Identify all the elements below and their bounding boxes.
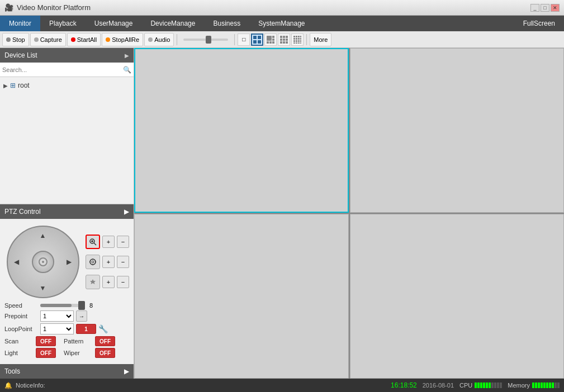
prepoint-goto-button[interactable]: → bbox=[76, 310, 87, 322]
light-wiper-row: Light OFF Wiper OFF bbox=[4, 348, 129, 358]
iris-icon[interactable] bbox=[86, 275, 100, 289]
menu-usermanage[interactable]: UserManage bbox=[86, 16, 142, 31]
svg-rect-25 bbox=[298, 38, 300, 40]
speed-label: Speed bbox=[4, 302, 38, 309]
video-panel-2[interactable] bbox=[350, 48, 565, 213]
pattern-toggle[interactable]: OFF bbox=[95, 336, 115, 346]
cpu-status: CPU bbox=[459, 382, 502, 389]
iris-close-button[interactable]: − bbox=[117, 276, 129, 288]
mem-bar-segment bbox=[557, 383, 560, 388]
app-icon: 🎥 bbox=[4, 3, 13, 12]
svg-line-38 bbox=[94, 243, 96, 245]
audio-button[interactable]: Audio bbox=[144, 33, 174, 46]
scan-label: Scan bbox=[4, 338, 31, 345]
zoom-slider[interactable] bbox=[183, 39, 228, 41]
focus-control-row: + − bbox=[86, 255, 129, 269]
sidebar: Device List ▶ 🔍 ▶ ⊞ root PTZ Control ▶ bbox=[0, 48, 134, 379]
svg-rect-6 bbox=[272, 39, 274, 41]
wiper-toggle[interactable]: OFF bbox=[95, 348, 115, 358]
looppoint-select[interactable]: 1 bbox=[40, 323, 74, 334]
iris-open-button[interactable]: + bbox=[102, 276, 115, 288]
menu-systemmanage[interactable]: SystemManage bbox=[249, 16, 314, 31]
svg-rect-31 bbox=[293, 42, 295, 44]
maximize-button[interactable]: □ bbox=[541, 4, 549, 12]
capture-button[interactable]: Capture bbox=[30, 33, 66, 46]
svg-rect-17 bbox=[283, 41, 285, 44]
stop-button[interactable]: Stop bbox=[2, 33, 29, 46]
zoom-slider-thumb[interactable] bbox=[206, 36, 211, 44]
search-input[interactable] bbox=[2, 66, 123, 73]
svg-rect-18 bbox=[286, 41, 288, 44]
zoom-icon[interactable] bbox=[86, 235, 100, 249]
tools-header: Tools ▶ bbox=[0, 364, 134, 379]
ptz-section: PTZ Control ▶ ▲ ▼ ◀ ▶ bbox=[0, 204, 134, 364]
menu-playback[interactable]: Playback bbox=[40, 16, 86, 31]
focus-near-button[interactable]: + bbox=[102, 256, 115, 268]
close-button[interactable]: ✕ bbox=[551, 4, 560, 12]
mem-bar-segment bbox=[552, 383, 554, 388]
minimize-button[interactable]: _ bbox=[530, 4, 539, 12]
ptz-left-button[interactable]: ◀ bbox=[10, 255, 23, 269]
device-list-title: Device List bbox=[4, 51, 37, 59]
svg-rect-28 bbox=[296, 40, 297, 42]
stopallrec-button[interactable]: StopAllRe bbox=[102, 33, 143, 46]
svg-rect-13 bbox=[280, 39, 282, 41]
cpu-bar-segment bbox=[477, 383, 480, 388]
layout-fullscreen-icon[interactable]: □ bbox=[238, 34, 250, 46]
mem-bar-segment bbox=[538, 383, 540, 388]
menu-devicemanage[interactable]: DeviceManage bbox=[141, 16, 204, 31]
cpu-bar-segment bbox=[480, 383, 482, 388]
svg-rect-29 bbox=[298, 40, 300, 42]
focus-icon[interactable] bbox=[86, 255, 100, 269]
prepoint-select[interactable]: 1 bbox=[40, 310, 74, 322]
menu-monitor[interactable]: Monitor bbox=[0, 16, 40, 31]
video-panel-4[interactable] bbox=[350, 214, 565, 379]
svg-rect-3 bbox=[258, 40, 261, 44]
speed-row: Speed 8 bbox=[4, 302, 129, 309]
more-button[interactable]: More bbox=[310, 33, 331, 46]
svg-rect-30 bbox=[300, 40, 301, 42]
ptz-down-button[interactable]: ▼ bbox=[36, 281, 50, 295]
ptz-right-button[interactable]: ▶ bbox=[63, 255, 76, 269]
layout-16grid-icon[interactable] bbox=[291, 34, 304, 46]
cpu-bar-segment bbox=[491, 383, 494, 388]
svg-rect-14 bbox=[283, 39, 285, 41]
zoom-in-button[interactable]: + bbox=[102, 236, 115, 248]
scan-toggle[interactable]: OFF bbox=[36, 336, 56, 346]
video-panel-1[interactable] bbox=[134, 48, 349, 213]
stop-icon bbox=[6, 37, 11, 42]
layout-1plus5-icon[interactable] bbox=[264, 34, 277, 46]
startall-icon bbox=[71, 37, 75, 42]
zoom-out-button[interactable]: − bbox=[117, 236, 129, 248]
memory-bar-group bbox=[532, 383, 560, 388]
menu-business[interactable]: Business bbox=[204, 16, 249, 31]
menu-fullscreen[interactable]: FullScreen bbox=[514, 16, 564, 31]
light-toggle[interactable]: OFF bbox=[36, 348, 56, 358]
status-date: 2016-08-01 bbox=[423, 382, 454, 389]
layout-4grid-icon[interactable] bbox=[251, 34, 263, 46]
cpu-bar-segment bbox=[483, 383, 485, 388]
status-right: 16:18:52 2016-08-01 CPU Memory bbox=[391, 381, 560, 389]
svg-rect-21 bbox=[298, 36, 300, 37]
video-area bbox=[134, 48, 564, 379]
focus-far-button[interactable]: − bbox=[117, 256, 129, 268]
svg-rect-4 bbox=[267, 36, 272, 41]
ptz-center-button[interactable] bbox=[32, 251, 54, 273]
ptz-up-button[interactable]: ▲ bbox=[36, 229, 50, 242]
status-bar: 🔔 NoticeInfo: 16:18:52 2016-08-01 CPU Me… bbox=[0, 379, 564, 392]
video-panel-3[interactable] bbox=[134, 214, 349, 379]
looppoint-toggle[interactable]: 1 bbox=[76, 324, 96, 334]
svg-rect-0 bbox=[253, 36, 257, 39]
window-controls: _ □ ✕ bbox=[530, 4, 560, 12]
mem-bar-segment bbox=[549, 383, 551, 388]
startall-button[interactable]: StartAll bbox=[67, 33, 101, 46]
svg-rect-19 bbox=[293, 36, 295, 37]
speed-slider-thumb[interactable] bbox=[78, 301, 85, 310]
speed-slider[interactable] bbox=[40, 304, 85, 307]
tree-item-root[interactable]: ▶ ⊞ root bbox=[3, 80, 130, 90]
ptz-joystick[interactable]: ▲ ▼ ◀ ▶ bbox=[7, 226, 79, 298]
layout-9grid-icon[interactable] bbox=[278, 34, 290, 46]
looppoint-settings-icon[interactable]: 🔧 bbox=[98, 324, 108, 333]
tree-expand-arrow[interactable]: ▶ bbox=[3, 83, 8, 89]
svg-rect-9 bbox=[272, 41, 274, 44]
